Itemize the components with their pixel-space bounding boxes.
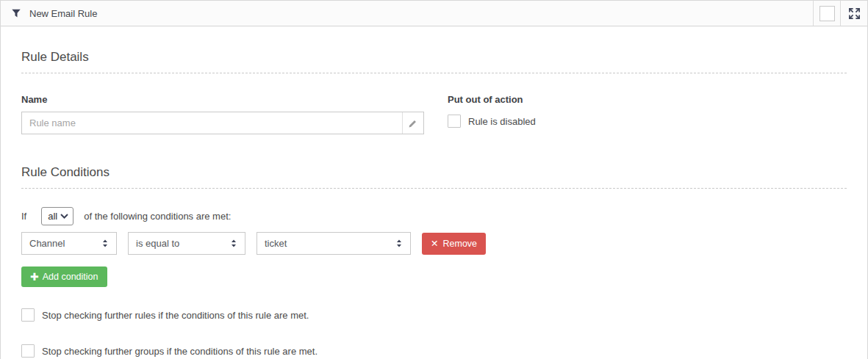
chevron-down-icon (60, 214, 68, 219)
rule-name-input[interactable] (22, 112, 402, 134)
if-suffix-text: of the following conditions are met: (84, 211, 231, 222)
rule-conditions-heading: Rule Conditions (21, 165, 847, 189)
up-down-arrows-icon (229, 239, 238, 248)
condition-value-value: ticket (265, 238, 287, 249)
add-condition-label: Add condition (43, 272, 98, 282)
expand-button[interactable] (840, 1, 867, 26)
remove-condition-button[interactable]: ✕ Remove (422, 233, 486, 255)
rule-details-heading: Rule Details (21, 50, 847, 73)
stop-groups-checkbox-row[interactable]: Stop checking further groups if the cond… (21, 344, 847, 358)
name-input-wrap (21, 112, 424, 134)
rule-details-row: Name Put out of action Rule is disabled (21, 94, 847, 134)
condition-operator-select[interactable]: is equal to (128, 232, 245, 255)
panel-header-actions (813, 1, 867, 26)
panel-header-left: New Email Rule (1, 8, 97, 19)
condition-value-select[interactable]: ticket (257, 232, 411, 255)
expand-arrows-icon (847, 7, 861, 21)
edit-name-button[interactable] (402, 112, 423, 134)
rule-disabled-checkbox-row[interactable]: Rule is disabled (448, 115, 536, 128)
x-icon: ✕ (431, 238, 438, 249)
pencil-icon (408, 118, 418, 128)
panel-content: Rule Details Name Put out of action (1, 50, 867, 358)
condition-match-row: If all of the following conditions are m… (21, 207, 847, 225)
condition-field-select[interactable]: Channel (21, 232, 117, 255)
stop-rules-checkbox[interactable] (21, 308, 35, 322)
up-down-arrows-icon (395, 239, 403, 248)
name-field-group: Name (21, 94, 424, 134)
name-label: Name (21, 94, 424, 105)
stop-rules-checkbox-row[interactable]: Stop checking further rules if the condi… (21, 308, 847, 322)
condition-operator-value: is equal to (136, 238, 179, 249)
match-mode-select[interactable]: all (41, 207, 73, 225)
header-checkbox-button[interactable] (813, 1, 840, 26)
up-down-arrows-icon (101, 239, 110, 248)
panel-header: New Email Rule (1, 1, 867, 26)
new-email-rule-panel: New Email Rule Rule Details (0, 0, 868, 359)
if-label: If (21, 211, 26, 222)
empty-checkbox-icon[interactable] (819, 6, 835, 21)
add-condition-button[interactable]: ✚ Add condition (21, 266, 107, 287)
stop-rules-label: Stop checking further rules if the condi… (42, 310, 309, 321)
stop-groups-label: Stop checking further groups if the cond… (42, 346, 318, 357)
match-mode-value: all (48, 211, 57, 222)
rule-disabled-checkbox[interactable] (448, 115, 461, 128)
plus-icon: ✚ (30, 271, 39, 283)
condition-row: Channel is equal to ticket ✕ Remove (21, 232, 847, 255)
funnel-filter-icon (11, 8, 21, 18)
put-out-of-action-group: Put out of action Rule is disabled (448, 94, 536, 134)
condition-field-value: Channel (29, 238, 65, 249)
stop-groups-checkbox[interactable] (21, 344, 35, 358)
remove-button-label: Remove (442, 239, 477, 249)
rule-disabled-label: Rule is disabled (468, 116, 536, 127)
panel-title: New Email Rule (29, 8, 97, 19)
put-out-of-action-label: Put out of action (448, 94, 536, 105)
